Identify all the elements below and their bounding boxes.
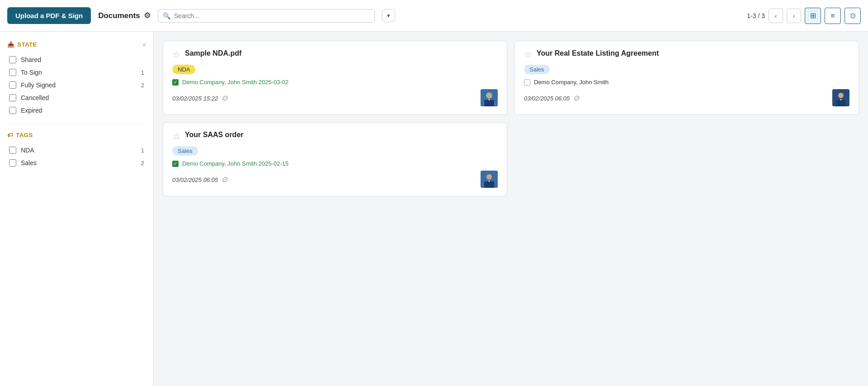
- collapse-button[interactable]: «: [142, 41, 146, 48]
- avatar: [481, 89, 498, 106]
- star-icon[interactable]: ☆: [172, 49, 180, 60]
- clock-icon: ⊙: [222, 94, 227, 102]
- card-saas-order[interactable]: ☆ Your SAAS order Sales ✓ Demo Company, …: [163, 122, 507, 196]
- tags-section-title: 🏷 TAGS: [7, 132, 33, 138]
- svg-rect-10: [836, 100, 846, 106]
- filter-expired-label: Expired: [21, 107, 144, 114]
- card-3-title: Your SAAS order: [185, 131, 244, 139]
- card-3-signer-row: ✓ Demo Company, John Smith 2025-02-15: [172, 160, 498, 167]
- state-section-title: 📥 STATE: [7, 41, 37, 48]
- clock-icon: ⊙: [222, 176, 227, 183]
- content: ☆ Sample NDA.pdf NDA ✓ Demo Company, Joh…: [154, 32, 868, 386]
- svg-point-3: [486, 93, 492, 98]
- filter-sales-checkbox[interactable]: [9, 159, 16, 167]
- card-1-title: Sample NDA.pdf: [185, 49, 241, 57]
- unsigned-checkbox-icon: [524, 79, 530, 86]
- card-2-date: 03/02/2025 06:05 ⊙: [524, 94, 579, 102]
- filter-sales-count: 2: [141, 160, 144, 167]
- filter-nda-label: NDA: [21, 147, 137, 154]
- filter-shared[interactable]: Shared: [7, 53, 146, 66]
- search-icon: 🔍: [163, 12, 170, 19]
- card-3-footer: 03/02/2025 06:05 ⊙: [172, 171, 498, 188]
- card-1-header: ☆ Sample NDA.pdf: [172, 49, 498, 60]
- filter-sales-label: Sales: [21, 159, 137, 167]
- card-3-signer-text: Demo Company, John Smith 2025-02-15: [182, 160, 288, 167]
- svg-rect-5: [484, 100, 494, 106]
- filter-nda[interactable]: NDA 1: [7, 144, 146, 157]
- next-page-button[interactable]: ›: [787, 9, 801, 23]
- star-icon[interactable]: ☆: [172, 131, 180, 142]
- sidebar: 📥 STATE « Shared To Sign 1 Fully Signed …: [0, 32, 154, 386]
- documents-label: Documents: [98, 11, 140, 20]
- filter-to-sign-label: To Sign: [21, 69, 137, 76]
- card-2-header: ☆ Your Real Estate Listing Agreement: [524, 49, 849, 60]
- filter-cancelled-label: Cancelled: [21, 94, 144, 101]
- svg-rect-15: [484, 181, 494, 188]
- state-section-header: 📥 STATE «: [7, 41, 146, 48]
- card-1-signer-row: ✓ Demo Company, John Smith 2025-03-02: [172, 79, 498, 86]
- upload-button[interactable]: Upload a PDF & Sign: [7, 7, 91, 24]
- card-2-title: Your Real Estate Listing Agreement: [537, 49, 659, 57]
- card-sample-nda[interactable]: ☆ Sample NDA.pdf NDA ✓ Demo Company, Joh…: [163, 41, 507, 115]
- tag-icon: 🏷: [7, 132, 14, 138]
- pagination-text: 1-3 / 3: [747, 12, 765, 19]
- star-icon[interactable]: ☆: [524, 49, 532, 60]
- main-layout: 📥 STATE « Shared To Sign 1 Fully Signed …: [0, 32, 868, 386]
- filter-shared-label: Shared: [21, 56, 144, 63]
- filter-to-sign-checkbox[interactable]: [9, 69, 16, 76]
- state-filters: Shared To Sign 1 Fully Signed 2 Cancelle…: [7, 53, 146, 117]
- card-1-tag[interactable]: NDA: [172, 65, 195, 74]
- card-real-estate[interactable]: ☆ Your Real Estate Listing Agreement Sal…: [514, 41, 859, 115]
- filter-shared-checkbox[interactable]: [9, 56, 16, 63]
- filter-nda-count: 1: [141, 147, 144, 154]
- tags-filters: NDA 1 Sales 2: [7, 144, 146, 169]
- gear-icon[interactable]: ⚙: [144, 11, 151, 20]
- grid-view-button[interactable]: ⊞: [805, 8, 821, 24]
- list-view-button[interactable]: ≡: [825, 8, 841, 24]
- filter-to-sign[interactable]: To Sign 1: [7, 66, 146, 79]
- header-right: 1-3 / 3 ‹ › ⊞ ≡ ⊙: [747, 8, 861, 24]
- svg-point-8: [838, 93, 844, 98]
- card-2-signer-text: Demo Company, John Smith: [534, 79, 609, 86]
- card-3-header: ☆ Your SAAS order: [172, 131, 498, 142]
- tags-section-header: 🏷 TAGS: [7, 132, 146, 138]
- signed-checkmark-icon: ✓: [172, 79, 179, 86]
- filter-fully-signed-label: Fully Signed: [21, 81, 137, 89]
- filter-fully-signed[interactable]: Fully Signed 2: [7, 79, 146, 91]
- filter-cancelled[interactable]: Cancelled: [7, 91, 146, 104]
- card-2-signer-row: Demo Company, John Smith: [524, 79, 849, 86]
- card-3-date: 03/02/2025 06:05 ⊙: [172, 175, 227, 184]
- avatar: [481, 171, 498, 188]
- history-view-button[interactable]: ⊙: [844, 8, 861, 24]
- filter-fully-signed-checkbox[interactable]: [9, 81, 16, 89]
- card-1-signer-text: Demo Company, John Smith 2025-03-02: [182, 79, 288, 86]
- filter-cancelled-checkbox[interactable]: [9, 94, 16, 101]
- filter-expired-checkbox[interactable]: [9, 107, 16, 114]
- documents-title: Documents ⚙: [98, 11, 151, 20]
- sidebar-divider: [7, 124, 146, 124]
- card-2-footer: 03/02/2025 06:05 ⊙: [524, 89, 849, 106]
- filter-sales[interactable]: Sales 2: [7, 157, 146, 169]
- filter-fully-signed-count: 2: [141, 82, 144, 89]
- card-1-footer: 03/02/2025 15:22 ⊙: [172, 89, 498, 106]
- card-3-tag[interactable]: Sales: [172, 146, 198, 156]
- clock-icon: ⊙: [573, 94, 579, 102]
- search-input[interactable]: [174, 12, 370, 19]
- filter-expired[interactable]: Expired: [7, 104, 146, 117]
- cards-grid: ☆ Sample NDA.pdf NDA ✓ Demo Company, Joh…: [163, 41, 859, 196]
- header: Upload a PDF & Sign Documents ⚙ 🔍 ▾ 1-3 …: [0, 0, 868, 32]
- card-1-date: 03/02/2025 15:22 ⊙: [172, 94, 227, 102]
- inbox-icon: 📥: [7, 41, 15, 48]
- prev-page-button[interactable]: ‹: [769, 9, 783, 23]
- search-wrapper: 🔍: [158, 9, 375, 23]
- avatar: [832, 89, 849, 106]
- svg-point-13: [486, 174, 492, 180]
- signed-checkmark-icon: ✓: [172, 161, 179, 167]
- search-dropdown-button[interactable]: ▾: [382, 9, 395, 22]
- filter-nda-checkbox[interactable]: [9, 147, 16, 154]
- filter-to-sign-count: 1: [141, 69, 144, 76]
- card-2-tag[interactable]: Sales: [524, 65, 550, 74]
